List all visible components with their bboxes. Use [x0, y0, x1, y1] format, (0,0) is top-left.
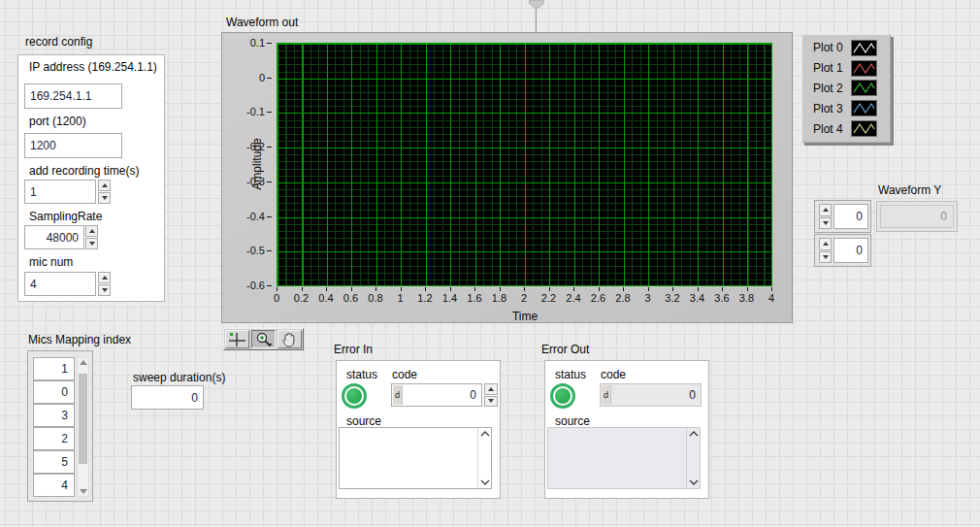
x-tick-mark [500, 287, 501, 291]
error-in-code-spinner[interactable] [484, 383, 498, 407]
error-in-code-label: code [392, 369, 417, 381]
pane-splitter-line [536, 9, 537, 32]
mics-mapping-label: Mics Mapping index [28, 334, 131, 346]
x-tick-mark [401, 287, 402, 291]
spin-up-button[interactable] [819, 204, 832, 216]
index-value[interactable]: 0 [833, 238, 868, 263]
scroll-up-arrow[interactable] [78, 360, 88, 365]
scroll-down-chevron [689, 479, 699, 485]
y-tick-label: -0.4 [224, 211, 265, 222]
x-tick-mark [722, 287, 723, 291]
error-in-code-value: 0 [470, 388, 476, 402]
add-recording-time-label: add recording time(s) [29, 165, 139, 178]
mics-scrollbar[interactable] [77, 357, 89, 497]
waveform-plot-area [277, 43, 772, 286]
y-tick-label: -0.1 [224, 106, 265, 117]
error-in-source-field[interactable] [339, 427, 492, 489]
plot-swatch[interactable] [851, 120, 877, 137]
error-out-source-field [547, 427, 701, 489]
y-tick-mark [267, 250, 272, 251]
scroll-up-chevron[interactable] [480, 431, 490, 437]
zoom-tool-button[interactable] [251, 330, 276, 348]
plot-swatch[interactable] [851, 80, 877, 96]
port-field[interactable]: 1200 [24, 133, 122, 158]
legend-row-plot3[interactable]: Plot 3 [802, 98, 890, 118]
error-in-code-field[interactable]: d 0 [391, 383, 482, 407]
x-tick-mark [573, 287, 574, 291]
plot-swatch[interactable] [851, 100, 877, 116]
graph-palette [223, 328, 304, 350]
plot-swatch[interactable] [851, 60, 877, 77]
spin-down-button[interactable] [819, 217, 832, 230]
y-tick-mark [267, 147, 272, 148]
ip-address-field[interactable]: 169.254.1.1 [24, 83, 122, 109]
error-in-status-led[interactable] [342, 383, 367, 409]
x-tick-mark [698, 287, 699, 291]
mic-num-spinner[interactable] [98, 272, 111, 296]
spin-up-button[interactable] [98, 272, 111, 283]
mics-cell-4[interactable]: 5 [33, 450, 75, 474]
x-tick-mark [277, 287, 278, 291]
scroll-down-arrow[interactable] [78, 489, 88, 494]
y-tick-mark [267, 78, 272, 79]
spin-up-button[interactable] [819, 238, 832, 250]
sampling-rate-field[interactable]: 48000 [24, 225, 84, 249]
scroll-thumb[interactable] [79, 374, 87, 464]
y-tick-mark [267, 43, 272, 44]
index-spinner[interactable] [819, 204, 832, 229]
spin-down-button[interactable] [98, 192, 111, 204]
mics-cell-2[interactable]: 3 [33, 404, 75, 427]
spin-up-button[interactable] [98, 180, 111, 191]
spin-up-button[interactable] [85, 225, 98, 237]
index-value[interactable]: 0 [833, 204, 868, 229]
source-scrollbar [686, 428, 700, 488]
scroll-up-chevron [689, 431, 699, 437]
mic-num-field[interactable]: 4 [24, 272, 96, 296]
mics-cell-1[interactable]: 0 [33, 380, 75, 404]
labview-front-panel: record config IP address (169.254.1.1) 1… [0, 0, 980, 527]
scroll-down-chevron[interactable] [480, 479, 490, 485]
x-tick-mark [302, 287, 303, 291]
y-tick-label: -0.2 [224, 141, 265, 152]
y-tick-label: 0.1 [224, 37, 265, 49]
mics-mapping-array: 1 0 3 2 5 4 [27, 350, 93, 502]
x-tick-label: 4 [757, 292, 786, 304]
add-recording-time-field[interactable]: 1 [24, 180, 96, 204]
sampling-rate-spinner[interactable] [85, 225, 98, 249]
spin-down-button[interactable] [98, 284, 111, 296]
x-tick-mark [648, 287, 649, 291]
y-tick-label: -0.3 [224, 176, 265, 187]
index-spinner[interactable] [819, 238, 832, 263]
port-label: port (1200) [29, 115, 86, 128]
waveform-chart-title: Waveform out [226, 16, 298, 29]
waveform-y-index-1: 0 [814, 234, 871, 267]
source-scrollbar[interactable] [477, 428, 491, 488]
legend-row-plot1[interactable]: Plot 1 [802, 58, 890, 79]
spin-up-button[interactable] [484, 383, 498, 395]
x-tick-mark [376, 287, 376, 291]
pane-splitter-handle[interactable] [529, 0, 544, 9]
mics-cell-5[interactable]: 4 [33, 474, 75, 497]
legend-row-plot2[interactable]: Plot 2 [802, 79, 890, 99]
spin-down-button[interactable] [85, 238, 98, 249]
sweep-duration-field[interactable]: 0 [131, 385, 204, 410]
mics-cell-0[interactable]: 1 [33, 357, 75, 380]
legend-row-plot4[interactable]: Plot 4 [802, 118, 890, 139]
ip-address-label: IP address (169.254.1.1) [29, 61, 157, 74]
led-core [346, 388, 362, 404]
mics-cell-3[interactable]: 2 [33, 427, 75, 450]
waveform-y-label: Waveform Y [878, 184, 941, 197]
cursor-move-tool-button[interactable] [225, 330, 249, 348]
waveform-y-element-value: 0 [880, 205, 954, 228]
x-tick-mark [771, 287, 772, 291]
error-in-status-label: status [346, 369, 377, 381]
x-tick-mark [549, 287, 550, 291]
spin-down-button[interactable] [484, 396, 498, 408]
pan-tool-button[interactable] [278, 330, 302, 348]
add-recording-time-spinner[interactable] [98, 180, 111, 204]
plot-legend: Plot 0 Plot 1 Plot 2 Plot 3 Plot 4 [801, 34, 891, 143]
spin-down-button[interactable] [819, 251, 832, 264]
plot-swatch[interactable] [851, 40, 877, 56]
magnifier-icon [253, 331, 274, 347]
legend-row-plot0[interactable]: Plot 0 [802, 38, 890, 58]
